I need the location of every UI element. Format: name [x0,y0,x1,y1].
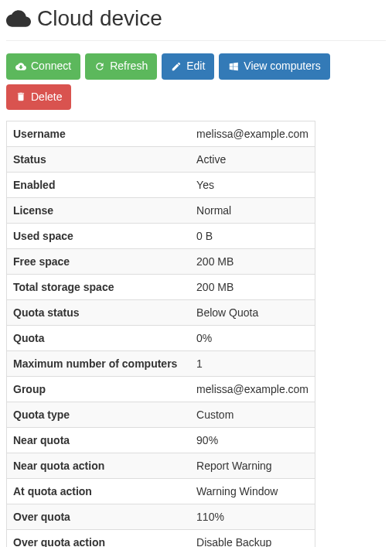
connect-label: Connect [31,59,71,74]
windows-icon [228,61,239,72]
refresh-button[interactable]: Refresh [85,53,157,80]
table-row: EnabledYes [7,173,315,198]
detail-value: 0 B [190,224,315,249]
delete-button[interactable]: Delete [6,84,71,111]
view-computers-label: View computers [244,59,320,74]
table-row: Near quota actionReport Warning [7,453,315,479]
detail-value: Below Quota [190,300,315,326]
detail-label: Group [7,377,191,402]
trash-icon [15,91,26,102]
cloud-download-icon [15,61,26,72]
table-row: LicenseNormal [7,198,315,224]
detail-label: Status [7,147,191,173]
cloud-icon [6,6,31,31]
table-row: Quota typeCustom [7,402,315,428]
table-row: Near quota90% [7,428,315,453]
connect-button[interactable]: Connect [6,53,80,80]
delete-label: Delete [31,90,62,105]
table-row: Groupmelissa@example.com [7,377,315,402]
table-row: Total storage space200 MB [7,275,315,300]
toolbar: Connect Refresh Edit View computers Dele… [6,53,386,110]
table-row: Free space200 MB [7,249,315,275]
table-row: Quota0% [7,326,315,351]
detail-label: Username [7,121,191,147]
detail-label: At quota action [7,479,191,504]
detail-value: 1 [190,351,315,377]
details-tbody: Usernamemelissa@example.comStatusActiveE… [7,121,315,547]
detail-label: Near quota [7,428,191,453]
table-row: Usernamemelissa@example.com [7,121,315,147]
detail-value: Custom [190,402,315,428]
detail-label: Near quota action [7,453,191,479]
detail-value: Active [190,147,315,173]
table-row: Over quota110% [7,504,315,530]
detail-value: Normal [190,198,315,224]
detail-label: Over quota action [7,530,191,547]
detail-label: Free space [7,249,191,275]
detail-value: melissa@example.com [190,121,315,147]
detail-value: 200 MB [190,275,315,300]
table-row: Quota statusBelow Quota [7,300,315,326]
detail-label: Over quota [7,504,191,530]
refresh-label: Refresh [110,59,148,74]
detail-value: 200 MB [190,249,315,275]
page-header: Cloud device [6,6,386,41]
detail-value: melissa@example.com [190,377,315,402]
detail-label: Maximum number of computers [7,351,191,377]
pencil-icon [171,61,182,72]
detail-label: License [7,198,191,224]
edit-button[interactable]: Edit [162,53,214,80]
table-row: Used space0 B [7,224,315,249]
detail-label: Quota [7,326,191,351]
detail-label: Enabled [7,173,191,198]
page-title: Cloud device [37,6,162,31]
table-row: Over quota actionDisable Backup [7,530,315,547]
detail-value: 90% [190,428,315,453]
detail-value: 110% [190,504,315,530]
detail-label: Quota type [7,402,191,428]
detail-label: Quota status [7,300,191,326]
detail-value: Disable Backup [190,530,315,547]
table-row: Maximum number of computers1 [7,351,315,377]
view-computers-button[interactable]: View computers [219,53,329,80]
detail-value: Report Warning [190,453,315,479]
detail-value: Warning Window [190,479,315,504]
table-row: StatusActive [7,147,315,173]
detail-value: Yes [190,173,315,198]
details-table: Usernamemelissa@example.comStatusActiveE… [6,121,315,547]
detail-label: Total storage space [7,275,191,300]
detail-label: Used space [7,224,191,249]
refresh-icon [94,61,105,72]
edit-label: Edit [186,59,205,74]
table-row: At quota actionWarning Window [7,479,315,504]
detail-value: 0% [190,326,315,351]
